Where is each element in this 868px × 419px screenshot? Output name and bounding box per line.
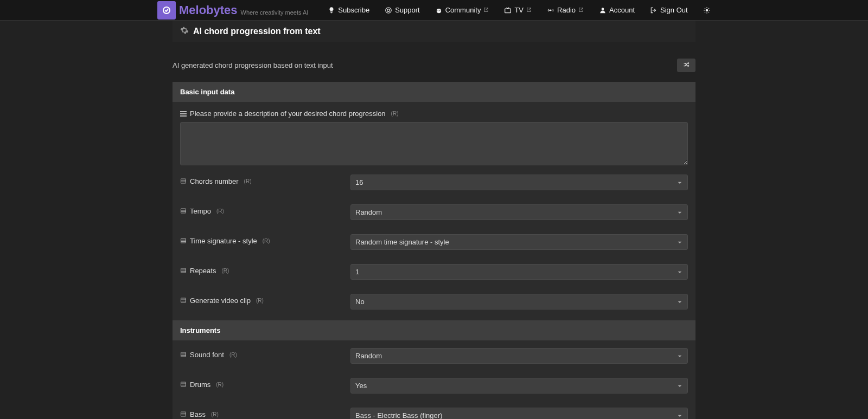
field-time-signature: Time signature - style (R) Random time s… [180,234,688,250]
description-input[interactable] [180,122,688,165]
nav-label: Subscribe [338,6,369,14]
reddit-icon [435,7,443,14]
nav-account[interactable]: Account [592,2,641,18]
top-navbar: Melobytes Where creativity meets AI Subs… [0,0,868,21]
field-label-text: Generate video clip [190,296,251,305]
repeats-select[interactable]: 1 [350,264,688,280]
lifering-icon [385,7,392,14]
textarea-icon [180,111,187,117]
svg-point-5 [439,10,440,10]
brand-badge-icon [157,1,176,20]
svg-point-3 [437,9,441,13]
svg-rect-39 [181,412,186,416]
list-icon [180,297,187,305]
svg-line-17 [709,8,709,8]
field-tempo: Tempo (R) Random [180,204,688,220]
list-icon [180,411,187,418]
randomize-button[interactable] [677,59,695,72]
generate-video-select[interactable]: No [350,294,688,310]
field-label-text: Time signature - style [190,237,257,245]
nav-label: TV [514,6,524,14]
brand-tagline: Where creativity meets AI [241,9,309,16]
nav-community[interactable]: Community [429,2,496,18]
svg-point-8 [602,8,604,10]
field-sound-font: Sound font (R) Random [180,348,688,364]
svg-point-1 [386,7,392,13]
external-link-icon [483,7,489,14]
section-instruments-body: Sound font (R) Random Drums (R) Yes [173,340,695,419]
list-icon [180,178,187,185]
nav-subscribe[interactable]: Subscribe [321,2,376,18]
nav-signout[interactable]: Sign Out [643,2,694,18]
svg-line-15 [709,11,709,12]
nav-label: Sign Out [660,6,688,14]
svg-point-4 [437,10,438,10]
nav-label: Radio [557,6,576,14]
required-marker: (R) [221,268,229,274]
field-label-text: Tempo [190,207,211,215]
nav-support[interactable]: Support [378,2,426,18]
svg-point-2 [387,9,390,11]
section-basic-body: Please provide a description of your des… [173,102,695,320]
tempo-select[interactable]: Random [350,204,688,220]
svg-rect-27 [181,268,186,273]
list-icon [180,351,187,359]
drums-select[interactable]: Yes [350,378,688,394]
field-bass: Bass (R) Bass - Electric Bass (finger) [180,408,688,419]
field-label-text: Bass [190,410,206,418]
field-repeats: Repeats (R) 1 [180,264,688,280]
svg-rect-24 [181,238,186,243]
list-icon [180,237,187,245]
section-basic-header: Basic input data [173,82,695,102]
time-signature-select[interactable]: Random time signature - style [350,234,688,250]
field-chords-number: Chords number (R) 16 [180,175,688,190]
required-marker: (R) [216,382,224,388]
list-icon [180,208,187,215]
user-icon [599,7,607,14]
sound-font-select[interactable]: Random [350,348,688,364]
page-header: AI chord progression from text [173,21,695,42]
svg-point-7 [550,10,551,11]
field-description: Please provide a description of your des… [180,109,688,167]
section-instruments-header: Instruments [173,320,695,340]
field-label-text: Please provide a description of your des… [190,109,386,118]
brand-name: Melobytes [179,3,238,17]
chords-number-select[interactable]: 16 [350,175,688,190]
sun-icon [703,7,711,14]
field-generate-video: Generate video clip (R) No [180,294,688,310]
nav-theme-toggle[interactable] [697,2,717,18]
external-link-icon [526,7,532,14]
svg-rect-36 [181,382,186,386]
required-marker: (R) [256,298,264,304]
nav-radio[interactable]: Radio [540,2,590,18]
svg-rect-18 [181,179,186,183]
field-label-text: Sound font [190,351,224,359]
brand[interactable]: Melobytes Where creativity meets AI [157,1,308,20]
broadcast-icon [547,7,554,14]
required-marker: (R) [263,238,270,244]
field-drums: Drums (R) Yes [180,378,688,394]
bass-select[interactable]: Bass - Electric Bass (finger) [350,408,688,419]
signout-icon [650,7,658,14]
required-marker: (R) [244,178,252,184]
svg-rect-30 [181,298,186,302]
lightbulb-icon [328,7,335,14]
required-marker: (R) [216,208,224,214]
nav-label: Support [395,6,420,14]
main-nav: Subscribe Support Community TV [321,2,717,18]
page-title: AI chord progression from text [193,27,321,36]
nav-tv[interactable]: TV [497,2,538,18]
external-link-icon [578,7,584,14]
gear-icon [180,26,189,37]
field-label-text: Drums [190,381,210,389]
svg-line-14 [705,8,705,8]
list-icon [180,381,187,389]
list-icon [180,267,187,275]
required-marker: (R) [211,411,219,417]
page-description: AI generated chord progression based on … [173,61,333,69]
tv-icon [504,7,512,14]
field-label-text: Repeats [190,267,216,275]
nav-label: Account [609,6,635,14]
svg-point-9 [705,9,708,11]
field-label-text: Chords number [190,177,239,185]
